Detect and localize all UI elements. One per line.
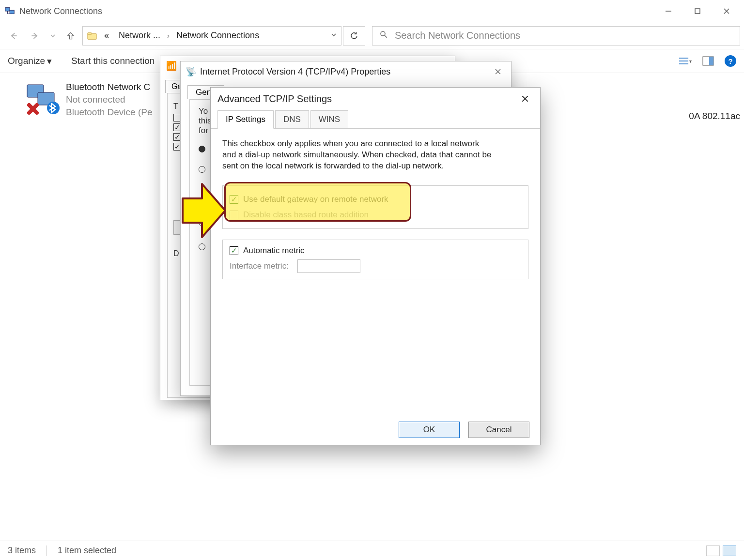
ok-button[interactable]: OK [399, 422, 460, 438]
svg-rect-1 [10, 10, 14, 14]
address-bar[interactable]: « Network ... › Network Connections [82, 26, 341, 45]
chevron-down-icon[interactable] [330, 31, 337, 40]
disable-class-route-checkbox: Disable class based route addition [230, 210, 521, 220]
preview-pane-button[interactable] [701, 54, 715, 68]
navigation-bar: « Network ... › Network Connections Sear… [0, 22, 744, 49]
network-connections-icon [5, 6, 16, 16]
connection-item-bluetooth[interactable]: Bluetooth Network C Not connected Blueto… [24, 82, 153, 118]
svg-point-12 [381, 31, 385, 36]
advanced-tcpip-dialog: Advanced TCP/IP Settings IP Settings DNS… [210, 87, 541, 445]
search-input[interactable]: Search Network Connections [372, 26, 740, 45]
help-button[interactable]: ? [725, 55, 736, 67]
chevron-down-icon: ▾ [47, 56, 52, 67]
connection-icon [24, 82, 62, 116]
forward-button[interactable] [25, 26, 45, 45]
status-items: 3 items [8, 545, 36, 556]
interface-metric-input [297, 259, 360, 273]
tab-dns[interactable]: DNS [275, 110, 309, 129]
use-default-gateway-label: Use default gateway on remote network [243, 195, 388, 204]
connection-name: Bluetooth Network C [66, 82, 153, 92]
connection-status: Not connected [66, 94, 153, 105]
checkbox-icon [230, 246, 238, 255]
window-title: Network Connections [19, 6, 102, 16]
tab-ip-settings[interactable]: IP Settings [217, 110, 274, 129]
checkbox-icon [230, 211, 238, 219]
details-view-button[interactable] [706, 545, 720, 556]
start-connection-button[interactable]: Start this connection [71, 56, 155, 66]
breadcrumb-ellipsis[interactable]: « [101, 30, 112, 41]
network-icon: 📡 [186, 66, 196, 77]
organize-menu[interactable]: Organize▾ [8, 56, 52, 67]
search-placeholder: Search Network Connections [395, 30, 520, 41]
close-button[interactable] [517, 91, 533, 107]
svg-rect-18 [709, 57, 713, 65]
folder-icon [87, 30, 97, 41]
adapter-name-fragment: 0A 802.11ac [689, 111, 740, 121]
connection-device: Bluetooth Device (Pe [66, 107, 153, 118]
view-options-button[interactable]: ▾ [678, 54, 692, 68]
metric-group: Automatic metric Interface metric: [222, 240, 528, 279]
interface-metric-label: Interface metric: [230, 261, 289, 271]
statusbar: 3 items 1 item selected [0, 541, 744, 560]
breadcrumb-connections[interactable]: Network Connections [173, 30, 262, 41]
svg-rect-0 [5, 8, 10, 11]
cancel-button[interactable]: Cancel [468, 422, 529, 438]
svg-rect-11 [88, 32, 92, 34]
minimize-button[interactable] [654, 1, 683, 21]
disable-class-route-label: Disable class based route addition [243, 210, 369, 220]
ipv4-title: Internet Protocol Version 4 (TCP/IPv4) P… [200, 67, 390, 77]
use-default-gateway-checkbox[interactable]: Use default gateway on remote network [230, 195, 521, 204]
close-button[interactable] [490, 63, 506, 80]
tab-wins[interactable]: WINS [310, 110, 348, 129]
gateway-group: Use default gateway on remote network Di… [222, 185, 528, 229]
titlebar: Network Connections [0, 0, 744, 22]
advanced-title: Advanced TCP/IP Settings [217, 93, 332, 105]
history-dropdown[interactable] [46, 32, 59, 39]
description-text: This checkbox only applies when you are … [222, 138, 494, 172]
network-icon: 📶 [166, 61, 177, 71]
up-button[interactable] [61, 26, 80, 45]
refresh-button[interactable] [343, 26, 365, 45]
chevron-right-icon: › [167, 31, 170, 40]
svg-line-13 [385, 35, 387, 38]
maximize-button[interactable] [683, 1, 712, 21]
breadcrumb-network[interactable]: Network ... [116, 30, 163, 41]
checkbox-icon [230, 195, 238, 204]
status-selected: 1 item selected [58, 545, 116, 556]
close-button[interactable] [712, 1, 741, 21]
svg-rect-5 [695, 9, 700, 14]
automatic-metric-checkbox[interactable]: Automatic metric [230, 246, 521, 256]
search-icon [379, 30, 388, 41]
tiles-view-button[interactable] [723, 545, 736, 556]
back-button[interactable] [4, 26, 23, 45]
automatic-metric-label: Automatic metric [243, 246, 305, 256]
